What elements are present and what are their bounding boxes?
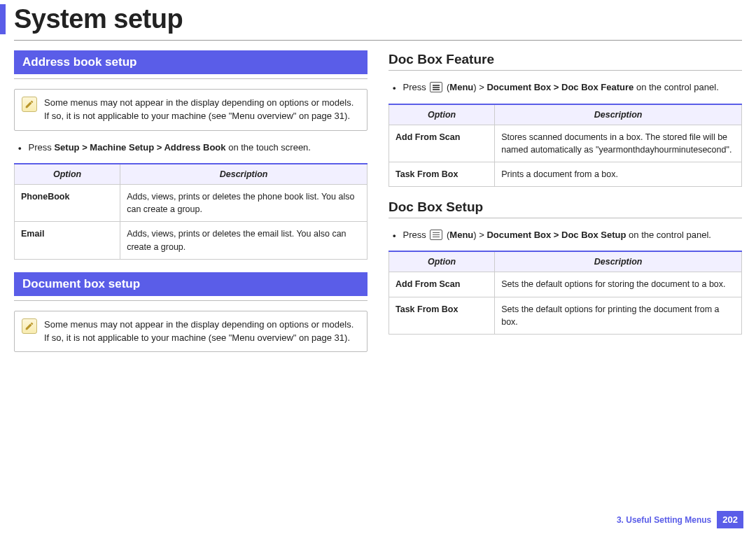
opt-desc: Prints a document from a box. <box>495 162 742 186</box>
instruction-line: • Press Setup > Machine Setup > Address … <box>14 141 368 155</box>
opt-desc: Sets the default options for storing the… <box>495 272 742 297</box>
section-header-document-box: Document box setup <box>14 272 368 296</box>
sub-rule <box>388 70 742 71</box>
th-option: Option <box>15 164 120 185</box>
table-row: Task From Box Sets the default options f… <box>389 297 742 334</box>
note-box: Some menus may not appear in the display… <box>14 89 368 131</box>
menu-label: Menu <box>449 82 473 92</box>
page-title: System setup <box>14 4 183 34</box>
note-pencil-icon <box>22 318 37 334</box>
footer-page-number: 202 <box>717 511 743 528</box>
th-description: Description <box>495 104 742 125</box>
doc-box-setup-table: Option Description Add From Scan Sets th… <box>388 251 742 334</box>
page-footer: 3. Useful Setting Menus 202 <box>617 511 743 528</box>
note-text: Some menus may not appear in the display… <box>44 318 358 345</box>
left-column: Address book setup Some menus may not ap… <box>14 50 368 362</box>
instr-path: Setup > Machine Setup > Address Book <box>54 142 225 153</box>
page-title-container: System setup <box>0 0 756 37</box>
note-box: Some menus may not appear in the display… <box>14 311 368 353</box>
table-row: Email Adds, views, prints or deletes the… <box>15 222 368 259</box>
title-accent-bar <box>0 4 6 34</box>
footer-chapter: 3. Useful Setting Menus <box>617 515 711 525</box>
right-column: Doc Box Feature • Press (Menu) > Documen… <box>388 50 742 362</box>
opt-name: Task From Box <box>389 297 495 334</box>
opt-name: Add From Scan <box>389 125 495 162</box>
instr-pre: Press <box>403 230 429 240</box>
instr-post: on the control panel. <box>626 230 710 240</box>
opt-name: Add From Scan <box>389 272 495 297</box>
instr-post: on the touch screen. <box>226 142 311 153</box>
opt-name: PhoneBook <box>15 185 120 222</box>
table-row: Task From Box Prints a document from a b… <box>389 162 742 186</box>
sub-rule <box>388 218 742 218</box>
instruction-line: • Press (Menu) > Document Box > Doc Box … <box>388 228 742 243</box>
note-pencil-icon <box>22 97 37 112</box>
subheading-doc-box-setup: Doc Box Setup <box>388 199 742 215</box>
instr-path: Document Box > Doc Box Setup <box>486 230 626 240</box>
opt-name: Email <box>15 222 120 259</box>
address-book-options-table: Option Description PhoneBook Adds, views… <box>14 163 368 260</box>
th-option: Option <box>389 251 495 272</box>
instruction-text: Press (Menu) > Document Box > Doc Box Fe… <box>403 80 719 95</box>
instr-pre: Press <box>403 82 429 92</box>
bullet-icon: • <box>393 228 396 243</box>
section-rule <box>14 78 368 79</box>
opt-desc: Adds, views, prints or deletes the email… <box>120 222 368 259</box>
table-row: PhoneBook Adds, views, prints or deletes… <box>15 185 368 222</box>
th-option: Option <box>389 104 495 125</box>
section-header-address-book: Address book setup <box>14 50 368 74</box>
instruction-text: Press Setup > Machine Setup > Address Bo… <box>29 141 311 155</box>
instr-post: on the control panel. <box>634 82 718 92</box>
table-row: Add From Scan Stores scanned documents i… <box>389 125 742 162</box>
bullet-icon: • <box>393 80 396 95</box>
th-description: Description <box>120 164 368 185</box>
two-column-layout: Address book setup Some menus may not ap… <box>0 50 756 362</box>
opt-desc: Adds, views, prints or deletes the phone… <box>120 185 368 222</box>
instr-pre: Press <box>29 142 55 153</box>
bullet-icon: • <box>18 141 22 155</box>
opt-name: Task From Box <box>389 162 495 186</box>
subheading-doc-box-feature: Doc Box Feature <box>388 52 742 67</box>
instr-path: Document Box > Doc Box Feature <box>486 82 634 92</box>
doc-box-feature-table: Option Description Add From Scan Stores … <box>388 104 742 187</box>
menu-icon <box>430 230 442 240</box>
section-rule <box>14 300 368 301</box>
menu-icon <box>430 82 442 92</box>
th-description: Description <box>495 251 742 272</box>
opt-desc: Sets the default options for printing th… <box>495 297 742 334</box>
table-row: Add From Scan Sets the default options f… <box>389 272 742 297</box>
note-text: Some menus may not appear in the display… <box>44 97 358 123</box>
opt-desc: Stores scanned documents in a box. The s… <box>495 125 742 162</box>
menu-label: Menu <box>449 230 473 240</box>
instruction-text: Press (Menu) > Document Box > Doc Box Se… <box>403 228 711 243</box>
title-rule <box>14 40 742 41</box>
instruction-line: • Press (Menu) > Document Box > Doc Box … <box>388 80 742 95</box>
